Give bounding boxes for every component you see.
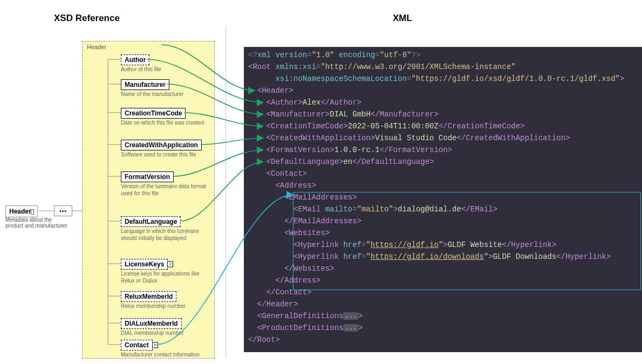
xsd-item-label: DIALuxMemberId	[121, 318, 182, 329]
xsd-root-header: Header	[5, 205, 38, 217]
xsd-item-author: AuthorAuthor of this file	[121, 54, 213, 73]
xsd-item-desc: Version of the luminaire data format use…	[121, 183, 207, 197]
xsd-item-formatversion: FormatVersionVersion of the luminaire da…	[121, 171, 213, 197]
xsd-item-desc: License keys for applications like Relux…	[121, 271, 207, 284]
xsd-item-defaultlang: DefaultLanguageLanguage in which this lu…	[121, 216, 213, 242]
code-line-0: <?xml version="1.0" encoding="utf-8"?>	[248, 49, 642, 61]
xsd-item-reluxmember: ReluxMemberIdRelux membership number	[121, 291, 213, 310]
title-left: XSD Reference	[54, 13, 120, 24]
code-line-18: </Websites>	[248, 263, 642, 274]
code-line-3: <Header>	[248, 85, 642, 97]
code-line-2: xsi:noNamespaceSchemaLocation="https://g…	[248, 73, 642, 85]
code-line-24: </Root>	[248, 334, 642, 346]
code-line-15: <Websites>	[248, 227, 642, 239]
expand-icon: +	[152, 342, 158, 348]
code-line-12: <EMailAddresses>	[248, 191, 642, 203]
code-line-4: <Author>Alex</Author>	[248, 97, 642, 108]
expand-icon: +	[167, 262, 173, 267]
connector-icon	[31, 209, 34, 215]
code-line-7: <CreatedWithApplication>Visual Studio Co…	[248, 132, 642, 144]
code-line-22: <GeneralDefinitions...>	[248, 310, 642, 322]
code-line-19: </Address>	[248, 274, 642, 286]
title-right: XML	[393, 13, 412, 24]
xsd-item-desc: Author of this file	[121, 66, 207, 73]
xsd-item-label: FormatVersion	[121, 171, 174, 182]
code-line-5: <Manufacturer>DIAL GmbH</Manufacturer>	[248, 108, 642, 120]
xsd-item-dialuxmember: DIALuxMemberIdDIAL membership number	[121, 318, 213, 337]
xsd-item-label: ReluxMemberId	[121, 291, 176, 302]
code-line-11: <Address>	[248, 180, 642, 191]
xsd-item-desc: DIAL membership number	[121, 330, 207, 337]
code-line-17: <Hyperlink href="https://gldf.io/downloa…	[248, 251, 642, 263]
code-line-23: <ProductDefinitions...>	[248, 322, 642, 334]
xml-code-panel: <?xml version="1.0" encoding="utf-8"?><R…	[244, 47, 642, 352]
xsd-item-desc: Date on which this file was created	[121, 120, 207, 127]
xsd-root-label: Header	[9, 208, 31, 215]
xsd-item-label: LicenseKeys+	[121, 259, 168, 270]
code-line-1: <Root xmlns:xsi="http://www.w3.org/2001/…	[248, 61, 642, 73]
xsd-item-desc: Language in which this luminaire should …	[121, 228, 207, 242]
code-line-21: </Header>	[248, 298, 642, 310]
xsd-root-desc: Metadata about the product and manufactu…	[5, 217, 70, 229]
code-line-9: <DefaultLanguage>en</DefaultLanguage>	[248, 156, 642, 168]
code-line-16: <Hyperlink href="https://gldf.io">GLDF W…	[248, 239, 642, 251]
code-line-20: </Contact>	[248, 286, 642, 298]
xsd-item-licensekeys: LicenseKeys+License keys for application…	[121, 259, 213, 284]
xsd-item-label: Manufacturer	[121, 79, 169, 90]
ellipsis-icon: ...	[343, 324, 358, 332]
xsd-item-label: CreatedWithApplication	[121, 140, 202, 150]
xsd-item-desc: Relux membership number	[121, 303, 207, 310]
sequence-dots-icon: •••	[59, 208, 67, 214]
xsd-header-group-title: Header	[87, 44, 106, 50]
xsd-item-desc: Manufacturer contact information	[121, 352, 207, 359]
xsd-item-desc: Name of the manufacturer	[121, 91, 207, 98]
code-line-10: <Contact>	[248, 168, 642, 180]
ellipsis-icon: ...	[343, 312, 358, 320]
xsd-item-creation: CreationTimeCodeDate on which this file …	[121, 108, 213, 127]
xsd-sequence-box: •••	[54, 205, 72, 216]
xsd-item-desc: Software used to create this file	[121, 152, 207, 159]
xsd-item-contact: Contact+Manufacturer contact information	[121, 340, 213, 359]
xsd-item-createdwith: CreatedWithApplicationSoftware used to c…	[121, 140, 213, 159]
code-line-6: <CreationTimeCode>2022-05-04T11:00:00Z</…	[248, 120, 642, 132]
xsd-item-label: Contact+	[121, 340, 153, 351]
xsd-item-label: Author	[121, 54, 149, 65]
code-line-14: </EMailAddresses>	[248, 215, 642, 227]
code-line-13: <EMail mailto="mailto">dialog@dial.de</E…	[248, 203, 642, 215]
vertical-divider	[226, 26, 226, 358]
xsd-item-label: DefaultLanguage	[121, 216, 181, 227]
xsd-item-manufacturer: ManufacturerName of the manufacturer	[121, 79, 213, 98]
code-line-8: <FormatVersion>1.0.0-rc.1</FormatVersion…	[248, 144, 642, 156]
xsd-item-label: CreationTimeCode	[121, 108, 186, 119]
